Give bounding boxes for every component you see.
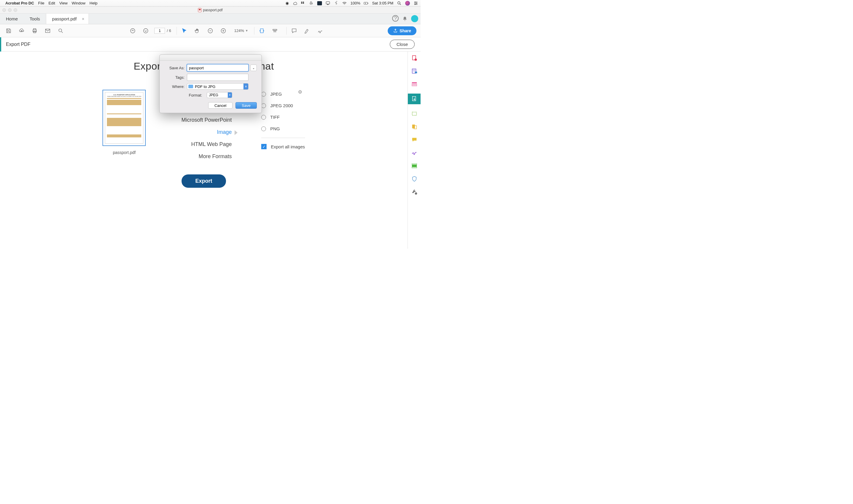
rail-edit-pdf-icon[interactable] — [411, 68, 418, 75]
selection-tool-icon[interactable] — [180, 26, 189, 35]
minimize-window-icon[interactable] — [8, 8, 12, 12]
rail-export-pdf-icon[interactable] — [408, 94, 421, 104]
menu-file[interactable]: File — [38, 1, 45, 5]
format-label: Format: — [189, 93, 202, 97]
rail-create-pdf-icon[interactable]: + — [411, 54, 418, 61]
rail-protect-icon[interactable] — [411, 175, 418, 182]
rail-fill-sign-icon[interactable] — [411, 149, 418, 156]
svg-point-17 — [130, 29, 135, 33]
account-avatar[interactable] — [411, 15, 418, 22]
svg-point-15 — [59, 29, 61, 32]
page-down-icon[interactable] — [141, 26, 150, 35]
radio-tiff[interactable]: TIFF — [261, 114, 305, 120]
format-html[interactable]: HTML Web Page — [191, 141, 232, 147]
rail-redact-icon[interactable] — [411, 162, 418, 169]
svg-point-3 — [398, 1, 400, 4]
traffic-lights[interactable] — [2, 8, 17, 12]
close-window-icon[interactable] — [2, 8, 6, 12]
svg-rect-2 — [368, 3, 368, 3]
format-select[interactable]: JPEG ⬍ — [207, 92, 232, 98]
comment-icon[interactable] — [290, 26, 299, 35]
wifi-icon[interactable] — [342, 1, 347, 6]
dialog-save-button[interactable]: Save — [235, 102, 257, 109]
spotlight-icon[interactable] — [397, 1, 402, 6]
svg-rect-12 — [34, 29, 36, 30]
control-center-icon[interactable] — [413, 1, 418, 6]
search-icon[interactable] — [56, 26, 65, 35]
app-tile-icon[interactable] — [317, 1, 322, 5]
menu-edit[interactable]: Edit — [49, 1, 55, 5]
battery-icon[interactable] — [364, 1, 369, 6]
svg-rect-37 — [412, 96, 415, 101]
notifications-icon[interactable] — [401, 15, 409, 23]
page-up-icon[interactable] — [128, 26, 137, 35]
gdrive-icon[interactable] — [309, 1, 314, 6]
svg-line-16 — [61, 31, 63, 33]
zoom-dropdown-icon[interactable]: ▼ — [245, 29, 248, 32]
rail-organize-icon[interactable] — [411, 80, 418, 88]
bluetooth-icon[interactable] — [334, 1, 339, 6]
fit-width-icon[interactable] — [257, 26, 266, 35]
zoom-level[interactable]: 124% — [234, 29, 244, 33]
rail-combine-icon[interactable] — [411, 123, 418, 130]
svg-rect-43 — [412, 167, 417, 168]
rail-comment-icon[interactable] — [411, 136, 418, 143]
fit-page-icon[interactable] — [270, 26, 279, 35]
export-pdf-title: Export PDF — [6, 42, 31, 47]
creative-cloud-icon[interactable] — [292, 1, 297, 6]
battery-text[interactable]: 100% — [350, 1, 360, 5]
document-thumbnail[interactable]: U.S. PASSPORT APPLICATION PLEASE DETACH … — [103, 90, 146, 146]
format-powerpoint[interactable]: Microsoft PowerPoint — [181, 117, 232, 123]
checkbox-checked-icon: ✓ — [261, 144, 267, 149]
expand-dialog-icon[interactable]: ⌄ — [250, 65, 257, 71]
tab-document[interactable]: passport.pdf × — [46, 14, 89, 24]
menu-window[interactable]: Window — [72, 1, 85, 5]
zoom-in-icon[interactable] — [219, 26, 228, 35]
menu-view[interactable]: View — [59, 1, 68, 5]
zoom-out-icon[interactable] — [206, 26, 215, 35]
dialog-cancel-button[interactable]: Cancel — [208, 102, 232, 109]
svg-text:+: + — [415, 193, 416, 195]
email-icon[interactable] — [43, 26, 52, 35]
print-icon[interactable] — [30, 26, 39, 35]
rail-scan-icon[interactable] — [411, 110, 418, 117]
sign-icon[interactable] — [316, 26, 325, 35]
airplay-icon[interactable] — [325, 1, 330, 6]
format-image[interactable]: Image — [217, 129, 232, 135]
close-tool-button[interactable]: Close — [390, 40, 415, 49]
format-more[interactable]: More Formats — [198, 154, 232, 160]
siri-icon[interactable] — [405, 1, 410, 6]
tab-close-icon[interactable]: × — [82, 17, 84, 21]
help-icon[interactable]: ? — [392, 15, 399, 22]
radio-jpeg2000[interactable]: JPEG 2000 — [261, 103, 305, 108]
right-tool-rail: + + — [408, 52, 421, 249]
menu-help[interactable]: Help — [89, 1, 97, 5]
page-number-input[interactable] — [154, 28, 165, 34]
hand-tool-icon[interactable] — [193, 26, 202, 35]
thumbnail-label: passport.pdf — [113, 150, 136, 155]
highlight-icon[interactable] — [303, 26, 312, 35]
clock[interactable]: Sat 3:05 PM — [372, 1, 393, 5]
window-title: passport.pdf — [203, 8, 223, 12]
app-name[interactable]: Acrobat Pro DC — [5, 1, 34, 5]
tab-home[interactable]: Home — [0, 14, 24, 24]
export-button[interactable]: Export — [181, 175, 226, 188]
cloud-upload-icon[interactable] — [17, 26, 26, 35]
saveas-input[interactable] — [187, 64, 249, 71]
svg-rect-0 — [326, 1, 330, 4]
where-select[interactable]: PDF to JPG ⬍ — [187, 83, 249, 90]
rail-more-tools-icon[interactable]: + — [411, 188, 418, 195]
tab-tools[interactable]: Tools — [24, 14, 46, 24]
page-total-label: / 6 — [167, 29, 171, 33]
tags-input[interactable] — [187, 74, 249, 81]
radio-png[interactable]: PNG — [261, 126, 305, 131]
dropbox-icon[interactable] — [301, 1, 305, 6]
share-button[interactable]: Share — [388, 26, 416, 35]
dialog-header[interactable] — [160, 55, 262, 61]
save-icon[interactable] — [4, 26, 13, 35]
status-dot-icon[interactable]: ◉ — [285, 1, 289, 5]
save-dialog: Save As: ⌄ Tags: Where: PDF to JPG ⬍ For… — [159, 54, 262, 113]
export-all-checkbox[interactable]: ✓ Export all images — [261, 144, 305, 149]
settings-gear-icon[interactable]: ⚙ — [298, 89, 302, 95]
zoom-window-icon[interactable] — [14, 8, 17, 12]
